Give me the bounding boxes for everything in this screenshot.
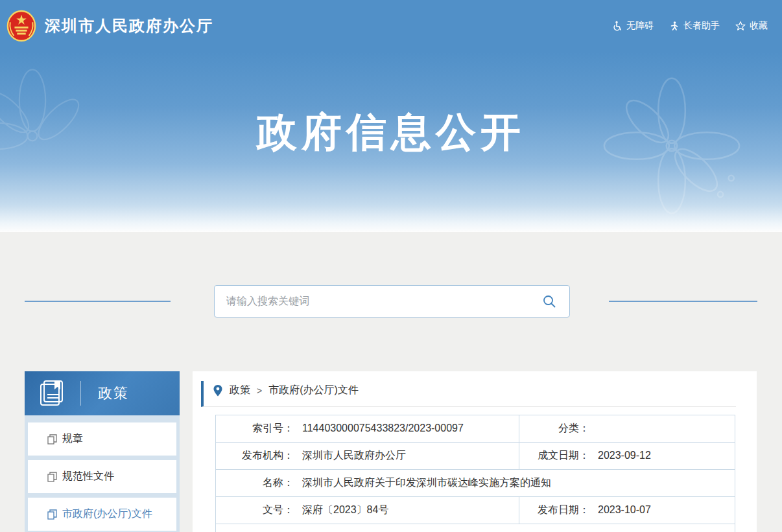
breadcrumb: 政策 > 市政府(办公厅)文件 bbox=[201, 381, 736, 407]
decorative-line-right bbox=[609, 301, 757, 302]
field-value: 深圳市人民政府关于印发深圳市碳达峰实施方案的通知 bbox=[302, 477, 551, 488]
sidebar-item-municipal-documents[interactable]: 市政府(办公厅)文件 bbox=[28, 498, 176, 531]
search-box bbox=[214, 285, 570, 318]
sidebar: 政策 规章 规范性文件 bbox=[25, 371, 180, 532]
search-button[interactable] bbox=[541, 293, 558, 310]
search-icon bbox=[542, 294, 556, 308]
sidebar-header: 政策 bbox=[25, 371, 180, 415]
accessibility-label: 无障碍 bbox=[626, 20, 654, 32]
sidebar-item-regulations[interactable]: 规章 bbox=[28, 422, 176, 456]
page-title: 政府信息公开 bbox=[0, 52, 782, 159]
table-row-partial bbox=[216, 524, 735, 532]
table-row-name: 名称：深圳市人民政府关于印发深圳市碳达峰实施方案的通知 bbox=[216, 470, 735, 497]
table-row-agency: 发布机构：深圳市人民政府办公厅 成文日期：2023-09-12 bbox=[216, 443, 735, 470]
sidebar-items: 规章 规范性文件 市政府(办公厅)文件 bbox=[25, 415, 180, 531]
agency-cell: 发布机构：深圳市人民政府办公厅 bbox=[216, 443, 519, 470]
table-row-doc-number: 文号：深府〔2023〕84号 发布日期：2023-10-07 bbox=[216, 497, 735, 524]
field-label: 发布机构： bbox=[216, 449, 294, 463]
breadcrumb-item-municipal-documents[interactable]: 市政府(办公厅)文件 bbox=[268, 384, 359, 397]
book-icon bbox=[39, 379, 66, 408]
name-cell: 名称：深圳市人民政府关于印发深圳市碳达峰实施方案的通知 bbox=[216, 470, 735, 497]
doc-info-table: 索引号：114403000075433823/2023-00097 分类： 发布… bbox=[215, 415, 735, 532]
site-title: 深圳市人民政府办公厅 bbox=[45, 16, 213, 36]
content-row: 政策 规章 规范性文件 bbox=[25, 371, 757, 532]
field-label: 成文日期： bbox=[519, 449, 589, 463]
publish-date-cell: 发布日期：2023-10-07 bbox=[519, 497, 735, 524]
location-pin-icon bbox=[213, 384, 223, 397]
field-label: 名称： bbox=[216, 476, 294, 490]
sidebar-item-label: 市政府(办公厅)文件 bbox=[62, 507, 152, 521]
banner: 政府信息公开 bbox=[0, 52, 782, 232]
category-cell: 分类： bbox=[519, 415, 735, 443]
decorative-line-left bbox=[25, 301, 171, 302]
national-emblem-icon bbox=[6, 10, 36, 42]
document-icon bbox=[47, 434, 57, 445]
sidebar-item-label: 规章 bbox=[62, 432, 83, 446]
top-bar: 深圳市人民政府办公厅 无障碍 长者助手 收藏 bbox=[0, 0, 782, 52]
field-value: 114403000075433823/2023-00097 bbox=[302, 422, 464, 434]
partial-cell bbox=[216, 524, 735, 532]
table-row-index: 索引号：114403000075433823/2023-00097 分类： bbox=[216, 415, 735, 443]
elder-assistant-link[interactable]: 长者助手 bbox=[669, 20, 720, 32]
field-value: 深圳市人民政府办公厅 bbox=[302, 450, 406, 461]
wheelchair-icon bbox=[612, 21, 622, 31]
sidebar-item-normative-documents[interactable]: 规范性文件 bbox=[28, 460, 176, 493]
accessibility-link[interactable]: 无障碍 bbox=[612, 20, 654, 32]
search-row bbox=[25, 285, 757, 318]
document-icon bbox=[47, 472, 57, 482]
sidebar-header-divider bbox=[80, 381, 81, 406]
field-label: 文号： bbox=[216, 503, 294, 517]
field-label: 索引号： bbox=[216, 422, 294, 435]
sidebar-item-label: 规范性文件 bbox=[62, 470, 114, 483]
document-icon bbox=[47, 509, 57, 520]
topbar-links: 无障碍 长者助手 收藏 bbox=[612, 20, 768, 32]
favorite-label: 收藏 bbox=[750, 20, 768, 32]
breadcrumb-separator: > bbox=[257, 386, 262, 396]
field-label: 分类： bbox=[519, 422, 589, 435]
elder-person-icon bbox=[669, 21, 680, 31]
doc-number-cell: 文号：深府〔2023〕84号 bbox=[216, 497, 519, 524]
index-cell: 索引号：114403000075433823/2023-00097 bbox=[216, 415, 519, 443]
star-icon bbox=[735, 21, 746, 31]
breadcrumb-item-policy[interactable]: 政策 bbox=[230, 384, 250, 397]
elder-assistant-label: 长者助手 bbox=[683, 20, 720, 32]
field-label: 发布日期： bbox=[519, 503, 589, 517]
written-date-cell: 成文日期：2023-09-12 bbox=[519, 443, 735, 470]
field-value: 2023-10-07 bbox=[598, 504, 651, 515]
field-value: 2023-09-12 bbox=[598, 450, 651, 461]
favorite-link[interactable]: 收藏 bbox=[735, 20, 768, 32]
search-input[interactable] bbox=[226, 295, 541, 307]
sidebar-title: 政策 bbox=[98, 384, 129, 403]
main-content: 政策 > 市政府(办公厅)文件 索引号：114403000075433823/2… bbox=[193, 371, 757, 532]
field-value: 深府〔2023〕84号 bbox=[302, 504, 388, 515]
